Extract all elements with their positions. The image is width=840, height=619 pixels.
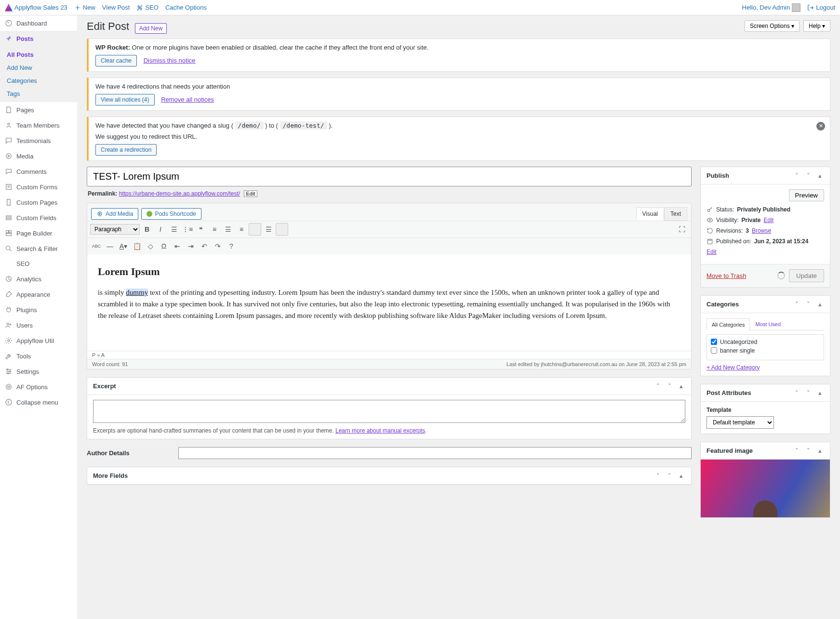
move-up-icon[interactable]: ˄ [653,382,662,390]
sidebar-item-testimonials[interactable]: Testimonials [0,133,77,148]
view-post-link[interactable]: View Post [102,4,130,11]
logout-link[interactable]: Logout [807,4,835,11]
bold-button[interactable]: B [141,223,153,236]
new-button[interactable]: New [74,4,95,11]
toggle-icon[interactable]: ▴ [815,447,824,454]
readmore-button[interactable]: ☰ [262,223,275,236]
sidebar-item-media[interactable]: Media [0,148,77,164]
redo-button[interactable]: ↷ [212,240,224,252]
move-up-icon[interactable]: ˄ [792,389,801,396]
sidebar-item-applyflow-util[interactable]: Applyflow Util [0,333,77,348]
undo-button[interactable]: ↶ [198,240,211,252]
sidebar-item-custom-fields[interactable]: Custom Fields [0,210,77,225]
align-right-button[interactable]: ≡ [235,223,248,236]
sidebar-item-af-options[interactable]: AF Options [0,379,77,395]
tab-visual[interactable]: Visual [636,207,664,221]
sidebar-item-plugins[interactable]: Plugins [0,302,77,317]
sidebar-item-posts[interactable]: Posts [0,31,77,46]
format-select[interactable]: Paragraph [90,224,140,235]
sidebar-item-search-filter[interactable]: Search & Filter [0,241,77,256]
permalink-edit-button[interactable]: Edit [244,190,258,197]
excerpt-textarea[interactable] [93,400,685,423]
cache-link[interactable]: Cache Options [165,4,207,11]
move-down-icon[interactable]: ˅ [804,447,813,454]
textcolor-button[interactable]: A▾ [117,240,130,252]
move-down-icon[interactable]: ˅ [804,301,813,308]
help-icon-button[interactable]: ? [225,240,238,252]
excerpt-help-link[interactable]: Learn more about manual excerpts [335,427,425,434]
link-button[interactable] [249,223,261,236]
update-button[interactable]: Update [789,269,824,282]
sidebar-item-pages[interactable]: Pages [0,102,77,118]
editor-content[interactable]: Lorem Ipsum is simply dummy text of the … [87,254,691,351]
add-new-button[interactable]: Add New [135,23,167,34]
post-title-input[interactable] [87,167,692,186]
sub-add-new[interactable]: Add New [0,61,77,74]
tab-text[interactable]: Text [664,207,687,221]
sub-categories[interactable]: Categories [0,74,77,87]
fullscreen-button[interactable]: ⛶ [676,223,688,236]
number-list-button[interactable]: ⋮≡ [181,223,194,236]
date-edit-link[interactable]: Edit [707,249,717,255]
sidebar-item-page-builder[interactable]: Page Builder [0,225,77,241]
toggle-icon[interactable]: ▴ [677,382,685,390]
move-up-icon[interactable]: ˄ [653,472,662,479]
italic-button[interactable]: I [154,223,167,236]
paste-button[interactable]: 📋 [131,240,143,252]
move-down-icon[interactable]: ˅ [665,472,674,479]
help-button[interactable]: Help ▾ [803,20,830,32]
clear-cache-button[interactable]: Clear cache [95,55,137,66]
tab-all-categories[interactable]: All Categories [707,318,750,330]
featured-image-thumbnail[interactable] [701,460,830,517]
align-center-button[interactable]: ☰ [222,223,234,236]
sidebar-item-users[interactable]: Users [0,317,77,333]
move-down-icon[interactable]: ˅ [804,172,813,179]
sidebar-item-dashboard[interactable]: Dashboard [0,15,77,31]
sidebar-item-settings[interactable]: Settings [0,364,77,379]
author-details-input[interactable] [178,447,692,459]
sub-tags[interactable]: Tags [0,87,77,100]
sidebar-item-analytics[interactable]: Analytics [0,271,77,287]
outdent-button[interactable]: ⇤ [171,240,184,252]
sidebar-item-custom-pages[interactable]: Custom Pages [0,195,77,210]
move-down-icon[interactable]: ˅ [665,382,674,390]
align-left-button[interactable]: ≡ [208,223,221,236]
category-item[interactable]: banner single [711,347,820,354]
sidebar-item-comments[interactable]: Comments [0,164,77,179]
special-char-button[interactable]: Ω [158,240,170,252]
clear-format-button[interactable]: ◇ [144,240,157,252]
seo-link[interactable]: SEO [136,4,158,11]
site-link[interactable]: Applyflow Sales 23 [5,4,67,12]
sidebar-item-seo[interactable]: SEO [0,256,77,271]
toggle-icon[interactable]: ▴ [815,389,824,396]
move-up-icon[interactable]: ˄ [792,447,801,454]
dismiss-notice-link[interactable]: Dismiss this notice [144,57,196,64]
visibility-edit-link[interactable]: Edit [764,217,774,224]
permalink-link[interactable]: https://urbane-demo-site.ap.applyflow.co… [119,190,240,197]
remove-all-notices-link[interactable]: Remove all notices [161,96,214,103]
greeting[interactable]: Hello, Dev Admin [742,3,801,12]
hr-button[interactable]: — [104,240,116,252]
preview-button[interactable]: Preview [789,189,824,201]
toggle-icon[interactable]: ▴ [677,472,685,479]
pods-shortcode-button[interactable]: Pods Shortcode [141,208,201,220]
add-media-button[interactable]: Add Media [91,208,138,220]
revisions-browse-link[interactable]: Browse [752,227,771,234]
category-checkbox[interactable] [711,347,717,354]
move-up-icon[interactable]: ˄ [792,301,801,308]
sidebar-item-appearance[interactable]: Appearance [0,287,77,302]
toolbar-toggle-button[interactable] [276,223,288,236]
close-icon[interactable]: ✕ [816,122,825,131]
sidebar-item-tools[interactable]: Tools [0,348,77,364]
category-item[interactable]: Uncategorized [711,339,820,345]
add-category-link[interactable]: + Add New Category [707,364,760,371]
tab-most-used[interactable]: Most Used [750,318,786,330]
indent-button[interactable]: ⇥ [185,240,197,252]
template-select[interactable]: Default template [707,416,774,429]
screen-options-button[interactable]: Screen Options ▾ [745,20,800,32]
move-down-icon[interactable]: ˅ [804,389,813,396]
toggle-icon[interactable]: ▴ [815,301,824,308]
sidebar-item-collapse[interactable]: Collapse menu [0,395,77,410]
sub-all-posts[interactable]: All Posts [0,48,77,61]
sidebar-item-custom-forms[interactable]: Custom Forms [0,179,77,195]
